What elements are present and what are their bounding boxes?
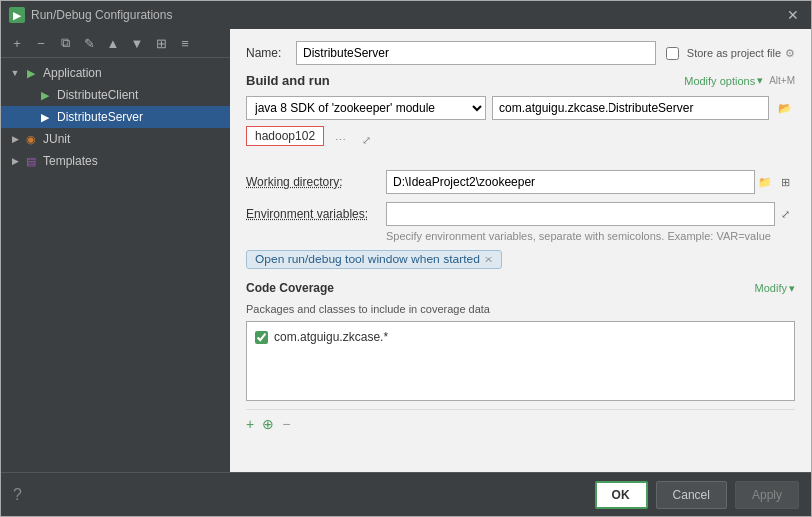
apply-button[interactable]: Apply xyxy=(735,481,799,509)
build-run-title: Build and run xyxy=(246,73,330,88)
expand-button[interactable]: ⤢ xyxy=(356,130,376,150)
footer: ? OK Cancel Apply xyxy=(1,472,811,516)
close-button[interactable]: ✕ xyxy=(783,7,803,23)
distribute-client-icon: ▶ xyxy=(37,87,53,103)
name-label: Name: xyxy=(246,46,296,60)
remove-config-button[interactable]: − xyxy=(31,33,51,53)
open-tool-window-tag-label: Open run/debug tool window when started xyxy=(255,253,480,266)
junit-icon: ◉ xyxy=(23,131,39,147)
right-panel: Name: Store as project file ⚙ Build and … xyxy=(230,29,811,472)
coverage-item-checkbox-0[interactable] xyxy=(255,331,268,344)
store-as-project-settings-icon: ⚙ xyxy=(785,47,795,60)
application-arrow: ▼ xyxy=(9,67,21,79)
folder-button[interactable]: ⊞ xyxy=(151,33,171,53)
coverage-toolbar: + ⊕ − xyxy=(246,409,795,432)
tag-close-button[interactable]: ✕ xyxy=(484,254,493,266)
code-coverage-header: Code Coverage Modify ▾ xyxy=(246,281,795,295)
build-run-header: Build and run Modify options ▾ Alt+M xyxy=(246,73,795,88)
title-bar: ▶ Run/Debug Configurations ✕ xyxy=(1,1,811,29)
modify-options-shortcut: Alt+M xyxy=(769,75,795,86)
working-dir-browse-button[interactable]: ⊞ xyxy=(775,172,795,192)
coverage-item-label-0: com.atguigu.zkcase.* xyxy=(274,330,388,344)
more-options-button[interactable]: ⋯ xyxy=(330,130,350,150)
left-panel: + − ⧉ ✎ ▲ ▼ ⊞ ≡ ▼ ▶ Application ▶ Distri… xyxy=(1,29,230,472)
move-up-button[interactable]: ▲ xyxy=(103,33,123,53)
footer-buttons: OK Cancel Apply xyxy=(595,481,799,509)
coverage-add-button[interactable]: + xyxy=(246,416,254,432)
distribute-server-icon: ▶ xyxy=(37,109,53,125)
content-area: + − ⧉ ✎ ▲ ▼ ⊞ ≡ ▼ ▶ Application ▶ Distri… xyxy=(1,29,811,472)
application-label: Application xyxy=(43,66,102,80)
name-input[interactable] xyxy=(296,41,656,65)
working-directory-row: Working directory: 📁 ⊞ xyxy=(246,170,795,194)
window-icon: ▶ xyxy=(9,7,25,23)
store-as-project-file-label: Store as project file xyxy=(687,47,781,59)
junit-label: JUnit xyxy=(43,132,70,146)
env-expand-button[interactable]: ⤢ xyxy=(775,204,795,224)
copy-config-button[interactable]: ⧉ xyxy=(55,33,75,53)
run-debug-configurations-window: ▶ Run/Debug Configurations ✕ + − ⧉ ✎ ▲ ▼… xyxy=(0,0,812,517)
templates-icon: ▤ xyxy=(23,153,39,169)
modify-options-chevron: ▾ xyxy=(757,74,763,87)
sdk-row: java 8 SDK of 'zookeeper' module 📂 xyxy=(246,96,795,120)
config-tree: ▼ ▶ Application ▶ DistributeClient ▶ Dis… xyxy=(1,58,230,472)
code-coverage-modify-chevron: ▾ xyxy=(789,282,795,295)
move-down-button[interactable]: ▼ xyxy=(127,33,147,53)
sort-button[interactable]: ≡ xyxy=(175,33,195,53)
right-content: Name: Store as project file ⚙ Build and … xyxy=(230,29,811,472)
window-title: Run/Debug Configurations xyxy=(31,8,783,22)
tree-distribute-client[interactable]: ▶ DistributeClient xyxy=(1,84,230,106)
open-tool-window-tag: Open run/debug tool window when started … xyxy=(246,250,502,269)
coverage-box: com.atguigu.zkcase.* xyxy=(246,321,795,401)
coverage-remove-button[interactable]: − xyxy=(282,416,290,432)
tree-application-group[interactable]: ▼ ▶ Application xyxy=(1,62,230,84)
environment-variables-label: Environment variables: xyxy=(246,207,386,221)
templates-label: Templates xyxy=(43,154,98,168)
code-coverage-title: Code Coverage xyxy=(246,281,334,295)
modify-options-button[interactable]: Modify options ▾ Alt+M xyxy=(684,74,795,87)
working-directory-label: Working directory: xyxy=(246,175,386,189)
coverage-item-0: com.atguigu.zkcase.* xyxy=(255,330,786,344)
coverage-add-package-button[interactable]: ⊕ xyxy=(262,416,274,432)
name-row: Name: Store as project file ⚙ xyxy=(246,41,795,65)
cancel-button[interactable]: Cancel xyxy=(656,481,727,509)
templates-arrow: ▶ xyxy=(9,155,21,167)
tree-templates-group[interactable]: ▶ ▤ Templates xyxy=(1,150,230,172)
environment-variables-hint: Specify environment variables, separate … xyxy=(386,230,795,242)
add-config-button[interactable]: + xyxy=(7,33,27,53)
tree-junit-group[interactable]: ▶ ◉ JUnit xyxy=(1,128,230,150)
main-class-input[interactable] xyxy=(492,96,769,120)
tags-area: Open run/debug tool window when started … xyxy=(246,250,795,269)
left-toolbar: + − ⧉ ✎ ▲ ▼ ⊞ ≡ xyxy=(1,29,230,58)
code-coverage-modify-button[interactable]: Modify ▾ xyxy=(755,282,795,295)
packages-label: Packages and classes to include in cover… xyxy=(246,303,795,315)
hadoop-tag: hadoop102 xyxy=(246,126,324,146)
application-icon: ▶ xyxy=(23,65,39,81)
store-as-project-file-checkbox[interactable] xyxy=(666,47,679,60)
distribute-client-label: DistributeClient xyxy=(57,88,138,102)
sdk-select[interactable]: java 8 SDK of 'zookeeper' module xyxy=(246,96,486,120)
help-button[interactable]: ? xyxy=(13,486,22,504)
distribute-server-label: DistributeServer xyxy=(57,110,143,124)
tree-distribute-server[interactable]: ▶ DistributeServer xyxy=(1,106,230,128)
browse-class-button[interactable]: 📂 xyxy=(775,98,795,118)
ok-button[interactable]: OK xyxy=(595,481,648,509)
working-dir-folder-button[interactable]: 📁 xyxy=(755,172,775,192)
environment-variables-row: Environment variables: ⤢ xyxy=(246,202,795,226)
build-run-section: Build and run Modify options ▾ Alt+M jav… xyxy=(246,73,795,162)
edit-config-button[interactable]: ✎ xyxy=(79,33,99,53)
environment-variables-input[interactable] xyxy=(386,202,775,226)
working-directory-input[interactable] xyxy=(386,170,755,194)
junit-arrow: ▶ xyxy=(9,133,21,145)
